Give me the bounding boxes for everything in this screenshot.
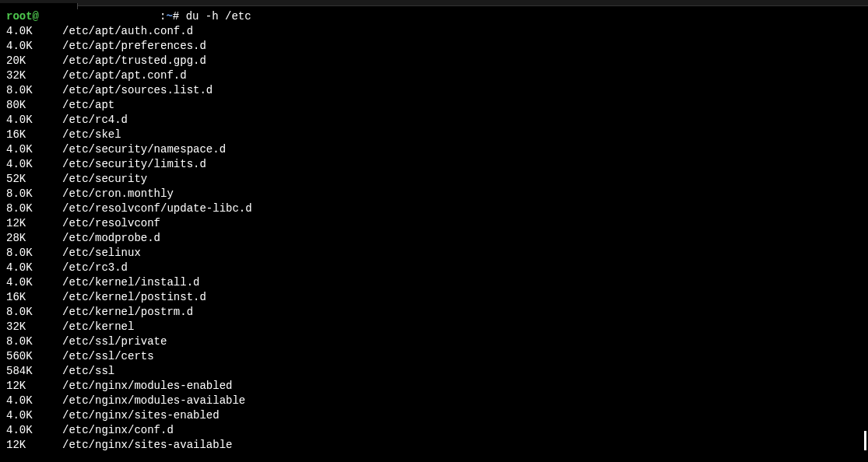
output-line: 52K/etc/security — [6, 172, 862, 187]
output-line: 80K/etc/apt — [6, 98, 862, 113]
file-size: 4.0K — [6, 24, 62, 39]
file-size: 4.0K — [6, 275, 62, 290]
output-line: 8.0K/etc/selinux — [6, 246, 862, 261]
output-line: 12K/etc/nginx/modules-enabled — [6, 379, 862, 394]
output-line: 560K/etc/ssl/certs — [6, 349, 862, 364]
prompt-path: ~ — [166, 9, 172, 24]
file-size: 560K — [6, 349, 62, 364]
output-line: 16K/etc/kernel/postinst.d — [6, 290, 862, 305]
file-path: /etc/apt/apt.conf.d — [62, 68, 187, 83]
file-path: /etc/apt/auth.conf.d — [62, 24, 193, 39]
output-line: 4.0K/etc/apt/preferences.d — [6, 39, 862, 54]
file-path: /etc/ssl/certs — [62, 349, 154, 364]
file-path: /etc/apt/trusted.gpg.d — [62, 54, 206, 68]
file-path: /etc/security/limits.d — [62, 157, 206, 172]
file-path: /etc/security — [62, 172, 147, 187]
file-size: 8.0K — [6, 246, 62, 261]
file-size: 8.0K — [6, 201, 62, 216]
file-path: /etc/resolvconf — [62, 216, 160, 231]
file-size: 12K — [6, 216, 62, 231]
file-path: /etc/cron.monthly — [62, 187, 174, 201]
prompt-at: @ — [33, 9, 39, 24]
file-size: 8.0K — [6, 83, 62, 98]
prompt-host-redacted — [39, 9, 160, 24]
prompt-symbol: # — [173, 9, 186, 24]
output-line: 4.0K/etc/nginx/sites-enabled — [6, 408, 862, 423]
file-size: 32K — [6, 320, 62, 334]
file-path: /etc/skel — [62, 128, 121, 142]
output-line: 16K/etc/skel — [6, 128, 862, 142]
file-path: /etc/kernel — [62, 320, 134, 334]
terminal-pane[interactable]: root@:~# du -h /etc 4.0K/etc/apt/auth.co… — [0, 6, 868, 456]
file-size: 584K — [6, 364, 62, 379]
output-line: 4.0K/etc/security/namespace.d — [6, 142, 862, 157]
output-line: 4.0K/etc/rc4.d — [6, 113, 862, 128]
command-text: du -h /etc — [186, 9, 251, 24]
file-size: 4.0K — [6, 261, 62, 275]
file-size: 16K — [6, 128, 62, 142]
command-output: 4.0K/etc/apt/auth.conf.d4.0K/etc/apt/pre… — [6, 24, 862, 453]
file-size: 8.0K — [6, 334, 62, 349]
file-size: 4.0K — [6, 423, 62, 438]
prompt-separator: : — [160, 9, 166, 24]
output-line: 8.0K/etc/kernel/postrm.d — [6, 305, 862, 320]
output-line: 28K/etc/modprobe.d — [6, 231, 862, 246]
file-path: /etc/apt/preferences.d — [62, 39, 206, 54]
file-size: 16K — [6, 290, 62, 305]
file-size: 12K — [6, 379, 62, 394]
file-path: /etc/rc3.d — [62, 261, 128, 275]
output-line: 32K/etc/apt/apt.conf.d — [6, 68, 862, 83]
file-size: 32K — [6, 68, 62, 83]
output-line: 8.0K/etc/apt/sources.list.d — [6, 83, 862, 98]
output-line: 4.0K/etc/security/limits.d — [6, 157, 862, 172]
file-size: 80K — [6, 98, 62, 113]
file-path: /etc/kernel/postrm.d — [62, 305, 193, 320]
file-size: 4.0K — [6, 157, 62, 172]
file-path: /etc/nginx/sites-enabled — [62, 408, 220, 423]
output-line: 12K/etc/nginx/sites-available — [6, 438, 862, 453]
file-path: /etc/ssl — [62, 364, 114, 379]
output-line: 4.0K/etc/rc3.d — [6, 261, 862, 275]
file-size: 20K — [6, 54, 62, 68]
file-size: 4.0K — [6, 113, 62, 128]
file-path: /etc/modprobe.d — [62, 231, 160, 246]
output-line: 8.0K/etc/cron.monthly — [6, 187, 862, 201]
file-size: 8.0K — [6, 187, 62, 201]
file-size: 12K — [6, 438, 62, 453]
output-line: 4.0K/etc/kernel/install.d — [6, 275, 862, 290]
output-line: 12K/etc/resolvconf — [6, 216, 862, 231]
file-path: /etc/nginx/conf.d — [62, 423, 174, 438]
file-size: 4.0K — [6, 408, 62, 423]
output-line: 4.0K/etc/apt/auth.conf.d — [6, 24, 862, 39]
file-path: /etc/apt — [62, 98, 114, 113]
output-line: 584K/etc/ssl — [6, 364, 862, 379]
output-line: 4.0K/etc/nginx/modules-available — [6, 394, 862, 408]
output-line: 4.0K/etc/nginx/conf.d — [6, 423, 862, 438]
file-size: 4.0K — [6, 39, 62, 54]
file-path: /etc/ssl/private — [62, 334, 167, 349]
file-size: 52K — [6, 172, 62, 187]
file-size: 8.0K — [6, 305, 62, 320]
scrollbar[interactable] — [859, 8, 866, 459]
file-size: 28K — [6, 231, 62, 246]
file-path: /etc/kernel/postinst.d — [62, 290, 206, 305]
output-line: 8.0K/etc/resolvconf/update-libc.d — [6, 201, 862, 216]
file-path: /etc/nginx/modules-available — [62, 394, 245, 408]
file-path: /etc/security/namespace.d — [62, 142, 226, 157]
tab-bar — [0, 0, 868, 6]
output-line: 8.0K/etc/ssl/private — [6, 334, 862, 349]
file-path: /etc/nginx/modules-enabled — [62, 379, 232, 394]
active-tab-indicator[interactable] — [0, 3, 78, 9]
scrollbar-thumb[interactable] — [864, 431, 866, 450]
file-path: /etc/nginx/sites-available — [62, 438, 232, 453]
file-path: /etc/resolvconf/update-libc.d — [62, 201, 252, 216]
file-size: 4.0K — [6, 394, 62, 408]
output-line: 32K/etc/kernel — [6, 320, 862, 334]
output-line: 20K/etc/apt/trusted.gpg.d — [6, 54, 862, 68]
file-path: /etc/kernel/install.d — [62, 275, 199, 290]
file-path: /etc/apt/sources.list.d — [62, 83, 213, 98]
file-path: /etc/selinux — [62, 246, 141, 261]
file-size: 4.0K — [6, 142, 62, 157]
prompt-user: root — [6, 9, 33, 24]
file-path: /etc/rc4.d — [62, 113, 128, 128]
